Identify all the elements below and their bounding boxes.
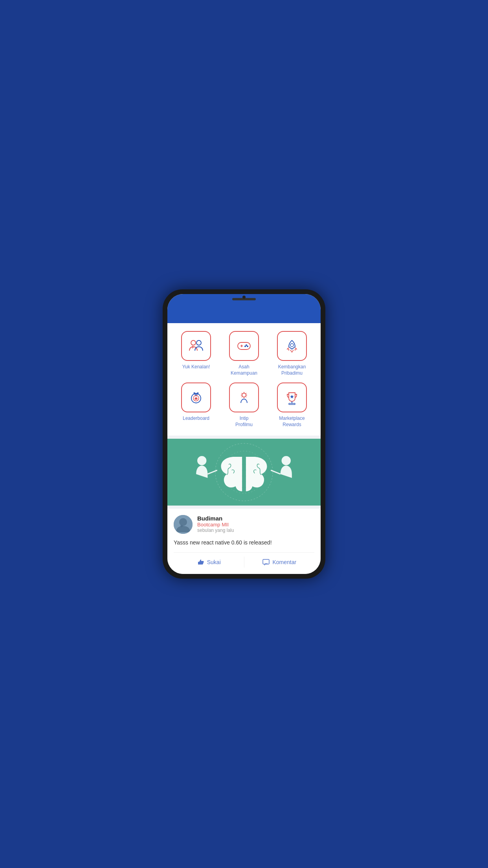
svg-point-7 — [244, 346, 246, 347]
avatar-budiman — [174, 515, 193, 534]
menu-item-leaderboard[interactable]: Leaderboard — [174, 383, 218, 428]
yuk-kenalan-icon-box — [181, 331, 211, 361]
svg-point-17 — [282, 456, 291, 465]
svg-rect-2 — [238, 342, 250, 349]
menu-card: Yuk Kenalan! — [167, 323, 321, 436]
menu-item-intip-profilmu[interactable]: IntipProfilmu — [222, 383, 266, 428]
like-label-1: Sukai — [207, 559, 221, 565]
status-bar — [167, 294, 321, 303]
svg-point-16 — [197, 456, 206, 465]
avatar-budiman-img — [174, 515, 193, 534]
svg-point-6 — [247, 346, 248, 347]
comment-label-1: Komentar — [272, 559, 296, 565]
svg-point-19 — [179, 518, 187, 526]
leaderboard-label: Leaderboard — [183, 416, 209, 422]
profile-icon — [235, 389, 253, 406]
phone-screen: Yuk Kenalan! — [167, 294, 321, 574]
menu-grid: Yuk Kenalan! — [174, 331, 314, 428]
marketplace-rewards-label: MarketplaceRewards — [279, 416, 305, 428]
medal-icon — [187, 389, 205, 406]
svg-point-5 — [246, 344, 247, 346]
svg-point-1 — [196, 340, 201, 345]
menu-item-asah-kemampuan[interactable]: AsahKemampuan — [222, 331, 266, 376]
comment-button-1[interactable]: Komentar — [244, 557, 315, 568]
author-name-1: Budiman — [197, 515, 234, 522]
marketplace-rewards-icon-box — [277, 383, 307, 412]
svg-point-8 — [290, 344, 294, 347]
intip-profilmu-icon-box — [229, 383, 259, 412]
svg-point-0 — [191, 340, 196, 345]
menu-item-kembangkan[interactable]: KembangkanPribadimu — [270, 331, 314, 376]
asah-kemampuan-icon-box — [229, 331, 259, 361]
post-header-1: Budiman Bootcamp MII sebulan yang lalu — [174, 515, 314, 534]
scroll-content[interactable]: Yuk Kenalan! — [167, 323, 321, 574]
menu-item-yuk-kenalan[interactable]: Yuk Kenalan! — [174, 331, 218, 376]
post-actions-1: Sukai Komentar — [174, 552, 314, 568]
time-label-1: sebulan yang lalu — [197, 528, 234, 533]
bootcamp-label-1: Bootcamp MII — [197, 522, 234, 528]
comment-icon — [262, 558, 270, 566]
brain-illustration — [167, 439, 321, 506]
people-icon — [187, 337, 205, 355]
svg-point-11 — [242, 393, 246, 397]
rocket-icon — [283, 337, 301, 355]
yuk-kenalan-label: Yuk Kenalan! — [182, 364, 210, 370]
asah-kemampuan-label: AsahKemampuan — [231, 364, 257, 376]
svg-rect-21 — [263, 559, 269, 564]
avatar-img-budiman — [174, 515, 193, 534]
gamepad-icon — [235, 337, 253, 355]
post-text-1: Yasss new react native 0.60 is released! — [174, 539, 314, 547]
trophy-icon — [283, 389, 301, 406]
post-meta-1: Budiman Bootcamp MII sebulan yang lalu — [197, 515, 234, 533]
app-header — [167, 303, 321, 323]
like-icon — [197, 558, 205, 566]
kembangkan-label: KembangkanPribadimu — [278, 364, 306, 376]
leaderboard-icon-box — [181, 383, 211, 412]
phone-frame: Yuk Kenalan! — [163, 289, 325, 579]
svg-rect-13 — [289, 403, 295, 405]
banner-section — [167, 439, 321, 506]
like-button-1[interactable]: Sukai — [174, 557, 244, 568]
intip-profilmu-label: IntipProfilmu — [235, 416, 253, 428]
menu-item-marketplace-rewards[interactable]: MarketplaceRewards — [270, 383, 314, 428]
svg-point-20 — [180, 525, 183, 527]
post-card-1: Budiman Bootcamp MII sebulan yang lalu Y… — [167, 509, 321, 574]
kembangkan-icon-box — [277, 331, 307, 361]
banner-illustration — [167, 439, 321, 506]
